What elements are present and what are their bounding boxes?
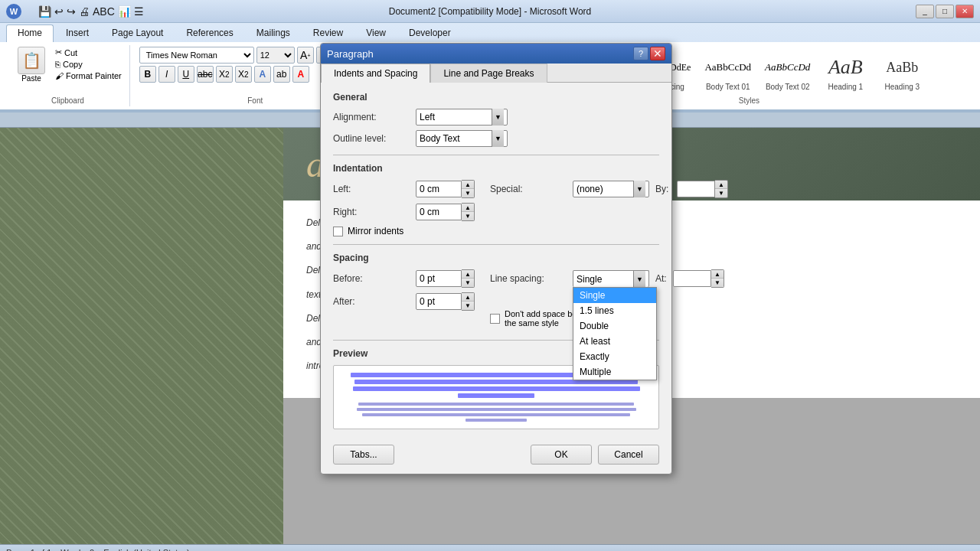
indent-left-up[interactable]: ▲ (462, 181, 474, 189)
at-btns: ▲ ▼ (711, 269, 724, 288)
outline-level-row: Outline level: Body Text ▼ (333, 130, 659, 147)
line-spacing-controls: Single ▼ Single 1.5 lines Double At leas… (573, 269, 724, 288)
outline-level-arrow: ▼ (492, 130, 504, 147)
option-1-5[interactable]: 1.5 lines (573, 303, 656, 318)
by-input[interactable] (677, 181, 715, 197)
before-btns: ▲ ▼ (462, 269, 475, 288)
line-spacing-group: Line spacing: Single ▼ Single 1.5 (490, 269, 724, 332)
indent-right-btns: ▲ ▼ (462, 203, 475, 221)
before-down[interactable]: ▼ (462, 279, 474, 287)
before-label: Before: (333, 273, 410, 284)
option-single[interactable]: Single (573, 288, 656, 303)
at-spinner: ▲ ▼ (673, 269, 724, 288)
divider-2 (333, 244, 659, 245)
outline-level-value: Body Text (420, 133, 459, 144)
preview-line-6 (357, 408, 636, 411)
after-row: After: ▲ ▼ (333, 292, 475, 311)
special-arrow: ▼ (633, 181, 645, 197)
tabs-btn[interactable]: Tabs... (333, 445, 394, 465)
outline-level-control: Body Text ▼ (416, 130, 508, 147)
preview-line-5 (358, 403, 634, 406)
by-up[interactable]: ▲ (715, 181, 727, 189)
preview-line-7 (362, 413, 630, 416)
at-input[interactable] (673, 270, 711, 287)
mirror-indents-label: Mirror indents (348, 226, 403, 236)
dialog-tabs: Indents and Spacing Line and Page Breaks (321, 64, 671, 83)
after-input[interactable] (416, 293, 462, 310)
alignment-value: Left (420, 112, 435, 122)
indent-right-input[interactable] (416, 204, 462, 220)
tab-line-page-breaks[interactable]: Line and Page Breaks (430, 64, 547, 83)
indent-left-down[interactable]: ▼ (462, 189, 474, 197)
indent-left-btns: ▲ ▼ (462, 180, 475, 198)
before-row: Before: ▲ ▼ (333, 269, 475, 288)
option-double[interactable]: Double (573, 318, 656, 334)
line-spacing-value: Single (577, 274, 602, 285)
ok-btn[interactable]: OK (531, 445, 592, 465)
indent-left-input[interactable] (416, 181, 462, 197)
by-spinner: ▲ ▼ (677, 180, 728, 198)
dialog-title-btns: ? ✕ (633, 47, 665, 60)
indentation-controls: Left: ▲ ▼ Right: (333, 180, 659, 226)
dialog-help-btn[interactable]: ? (633, 47, 648, 60)
line-spacing-row: Line spacing: Single ▼ Single 1.5 (490, 269, 724, 288)
special-label: Special: (490, 184, 567, 194)
special-select[interactable]: (none) ▼ (573, 181, 649, 197)
indent-right-up[interactable]: ▲ (462, 204, 474, 212)
dialog-footer: Tabs... OK Cancel (321, 439, 671, 474)
cancel-btn[interactable]: Cancel (598, 445, 659, 465)
spacing-controls: Before: ▲ ▼ After: (333, 269, 659, 332)
at-label: At: (655, 273, 667, 284)
after-spinner: ▲ ▼ (416, 292, 475, 311)
alignment-arrow: ▼ (492, 109, 504, 126)
mirror-indents-row: Mirror indents (333, 226, 659, 236)
special-value: (none) (577, 184, 603, 194)
option-exactly[interactable]: Exactly (573, 349, 656, 364)
general-section-title: General (333, 92, 659, 103)
dont-add-space-checkbox[interactable] (490, 314, 500, 324)
indent-special-group: Special: (none) ▼ By: ▲ ▼ (490, 180, 728, 226)
after-btns: ▲ ▼ (462, 292, 475, 311)
dialog-title: Paragraph (327, 48, 374, 60)
tab-indents-spacing[interactable]: Indents and Spacing (321, 64, 430, 83)
outline-level-select[interactable]: Body Text ▼ (416, 130, 508, 147)
by-btns: ▲ ▼ (715, 180, 728, 198)
preview-line-4 (458, 393, 534, 398)
option-at-least[interactable]: At least (573, 334, 656, 349)
line-spacing-arrow: ▼ (633, 271, 645, 288)
indent-left-label: Left: (333, 184, 410, 194)
indent-right-down[interactable]: ▼ (462, 212, 474, 220)
dialog-overlay: Paragraph ? ✕ Indents and Spacing Line a… (0, 0, 980, 551)
after-up[interactable]: ▲ (462, 293, 474, 302)
alignment-select[interactable]: Left ▼ (416, 109, 508, 126)
at-down[interactable]: ▼ (711, 279, 724, 287)
alignment-control: Left ▼ (416, 109, 508, 126)
indent-right-spinner: ▲ ▼ (416, 203, 475, 221)
indent-left-spinner: ▲ ▼ (416, 180, 475, 198)
at-up[interactable]: ▲ (711, 270, 724, 279)
alignment-row: Alignment: Left ▼ (333, 109, 659, 126)
alignment-label: Alignment: (333, 112, 410, 122)
preview-line-3 (353, 386, 640, 391)
mirror-indents-checkbox[interactable] (333, 227, 343, 236)
divider-1 (333, 155, 659, 155)
option-multiple[interactable]: Multiple (573, 364, 656, 380)
outline-level-label: Outline level: (333, 133, 410, 144)
line-spacing-select[interactable]: Single ▼ (573, 270, 649, 287)
line-spacing-dropdown-container: Single ▼ Single 1.5 lines Double At leas… (573, 270, 649, 287)
line-spacing-label: Line spacing: (490, 273, 567, 284)
indentation-section-title: Indentation (333, 163, 659, 174)
after-down[interactable]: ▼ (462, 302, 474, 310)
indent-left-row: Left: ▲ ▼ (333, 180, 475, 198)
dialog-close-btn[interactable]: ✕ (650, 47, 665, 60)
after-label: After: (333, 296, 410, 307)
before-input[interactable] (416, 270, 462, 287)
before-up[interactable]: ▲ (462, 270, 474, 279)
indent-left-group: Left: ▲ ▼ Right: (333, 180, 475, 226)
before-spinner: ▲ ▼ (416, 269, 475, 288)
line-spacing-list: Single 1.5 lines Double At least Exactly… (573, 287, 657, 380)
special-controls: (none) ▼ By: ▲ ▼ (573, 180, 728, 198)
preview-line-8 (466, 419, 527, 422)
dialog-body: General Alignment: Left ▼ Outline level:… (321, 83, 671, 439)
by-down[interactable]: ▼ (715, 189, 727, 197)
